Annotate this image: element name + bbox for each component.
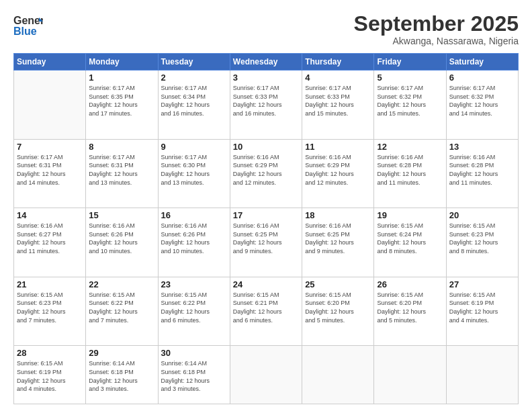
calendar-cell: 22Sunrise: 6:15 AM Sunset: 6:22 PM Dayli… [86, 277, 158, 346]
weekday-header-row: SundayMondayTuesdayWednesdayThursdayFrid… [14, 54, 519, 71]
calendar-cell: 26Sunrise: 6:15 AM Sunset: 6:20 PM Dayli… [374, 277, 446, 346]
day-number: 20 [449, 210, 515, 220]
day-number: 19 [377, 210, 443, 220]
header: General Blue September 2025 Akwanga, Nas… [13, 12, 519, 46]
day-info: Sunrise: 6:17 AM Sunset: 6:33 PM Dayligh… [305, 84, 371, 118]
week-row-1: 1Sunrise: 6:17 AM Sunset: 6:35 PM Daylig… [14, 71, 519, 140]
day-number: 17 [233, 210, 299, 220]
day-number: 15 [89, 210, 154, 220]
day-info: Sunrise: 6:15 AM Sunset: 6:20 PM Dayligh… [377, 291, 443, 324]
day-number: 18 [305, 210, 371, 220]
calendar-cell: 18Sunrise: 6:16 AM Sunset: 6:25 PM Dayli… [302, 208, 374, 277]
day-info: Sunrise: 6:16 AM Sunset: 6:26 PM Dayligh… [89, 222, 154, 255]
day-info: Sunrise: 6:17 AM Sunset: 6:32 PM Dayligh… [377, 84, 443, 118]
calendar-cell [374, 346, 446, 404]
week-row-4: 21Sunrise: 6:15 AM Sunset: 6:23 PM Dayli… [14, 277, 519, 346]
day-info: Sunrise: 6:14 AM Sunset: 6:18 PM Dayligh… [89, 359, 154, 393]
day-number: 5 [377, 73, 443, 83]
day-info: Sunrise: 6:16 AM Sunset: 6:27 PM Dayligh… [17, 222, 83, 255]
day-info: Sunrise: 6:16 AM Sunset: 6:25 PM Dayligh… [233, 222, 299, 255]
calendar-cell: 12Sunrise: 6:16 AM Sunset: 6:28 PM Dayli… [374, 139, 446, 208]
calendar-cell: 8Sunrise: 6:17 AM Sunset: 6:31 PM Daylig… [86, 139, 158, 208]
weekday-friday: Friday [374, 54, 446, 71]
calendar-cell: 21Sunrise: 6:15 AM Sunset: 6:23 PM Dayli… [14, 277, 86, 346]
calendar-cell: 15Sunrise: 6:16 AM Sunset: 6:26 PM Dayli… [86, 208, 158, 277]
calendar-cell: 25Sunrise: 6:15 AM Sunset: 6:20 PM Dayli… [302, 277, 374, 346]
day-info: Sunrise: 6:16 AM Sunset: 6:29 PM Dayligh… [233, 153, 299, 187]
calendar-cell: 28Sunrise: 6:15 AM Sunset: 6:19 PM Dayli… [14, 346, 86, 404]
calendar-cell [230, 346, 302, 404]
day-number: 10 [233, 142, 299, 152]
calendar-cell: 5Sunrise: 6:17 AM Sunset: 6:32 PM Daylig… [374, 71, 446, 140]
day-number: 25 [305, 279, 371, 289]
calendar-cell: 17Sunrise: 6:16 AM Sunset: 6:25 PM Dayli… [230, 208, 302, 277]
day-info: Sunrise: 6:15 AM Sunset: 6:20 PM Dayligh… [305, 291, 371, 324]
day-number: 12 [377, 142, 443, 152]
day-number: 6 [449, 73, 515, 83]
calendar-cell: 30Sunrise: 6:14 AM Sunset: 6:18 PM Dayli… [158, 346, 230, 404]
week-row-5: 28Sunrise: 6:15 AM Sunset: 6:19 PM Dayli… [14, 346, 519, 404]
day-number: 11 [305, 142, 371, 152]
day-info: Sunrise: 6:17 AM Sunset: 6:30 PM Dayligh… [161, 153, 227, 187]
title-block: September 2025 Akwanga, Nassarawa, Niger… [354, 12, 519, 46]
calendar-cell: 13Sunrise: 6:16 AM Sunset: 6:28 PM Dayli… [446, 139, 518, 208]
calendar-cell: 27Sunrise: 6:15 AM Sunset: 6:19 PM Dayli… [446, 277, 518, 346]
svg-text:General: General [13, 15, 43, 26]
calendar-cell: 20Sunrise: 6:15 AM Sunset: 6:23 PM Dayli… [446, 208, 518, 277]
day-info: Sunrise: 6:17 AM Sunset: 6:31 PM Dayligh… [89, 153, 154, 187]
calendar-cell [14, 71, 86, 140]
day-number: 22 [89, 279, 154, 289]
day-number: 7 [17, 142, 83, 152]
day-info: Sunrise: 6:15 AM Sunset: 6:23 PM Dayligh… [17, 291, 83, 324]
day-info: Sunrise: 6:17 AM Sunset: 6:35 PM Dayligh… [89, 84, 154, 118]
logo: General Blue [13, 12, 43, 42]
day-info: Sunrise: 6:17 AM Sunset: 6:31 PM Dayligh… [17, 153, 83, 187]
day-number: 9 [161, 142, 227, 152]
day-number: 16 [161, 210, 227, 220]
day-number: 24 [233, 279, 299, 289]
calendar-cell: 2Sunrise: 6:17 AM Sunset: 6:34 PM Daylig… [158, 71, 230, 140]
calendar-cell: 9Sunrise: 6:17 AM Sunset: 6:30 PM Daylig… [158, 139, 230, 208]
day-number: 13 [449, 142, 515, 152]
day-number: 21 [17, 279, 83, 289]
calendar-cell: 11Sunrise: 6:16 AM Sunset: 6:29 PM Dayli… [302, 139, 374, 208]
calendar-cell: 1Sunrise: 6:17 AM Sunset: 6:35 PM Daylig… [86, 71, 158, 140]
day-number: 29 [89, 348, 154, 358]
day-info: Sunrise: 6:17 AM Sunset: 6:32 PM Dayligh… [449, 84, 515, 118]
calendar-cell: 14Sunrise: 6:16 AM Sunset: 6:27 PM Dayli… [14, 208, 86, 277]
day-number: 1 [89, 73, 154, 83]
calendar-cell: 6Sunrise: 6:17 AM Sunset: 6:32 PM Daylig… [446, 71, 518, 140]
calendar-table: SundayMondayTuesdayWednesdayThursdayFrid… [13, 53, 519, 404]
day-info: Sunrise: 6:16 AM Sunset: 6:28 PM Dayligh… [377, 153, 443, 187]
day-info: Sunrise: 6:15 AM Sunset: 6:21 PM Dayligh… [233, 291, 299, 324]
weekday-thursday: Thursday [302, 54, 374, 71]
day-info: Sunrise: 6:16 AM Sunset: 6:26 PM Dayligh… [161, 222, 227, 255]
weekday-wednesday: Wednesday [230, 54, 302, 71]
day-number: 27 [449, 279, 515, 289]
day-info: Sunrise: 6:16 AM Sunset: 6:29 PM Dayligh… [305, 153, 371, 187]
calendar-cell [302, 346, 374, 404]
day-info: Sunrise: 6:14 AM Sunset: 6:18 PM Dayligh… [161, 359, 227, 393]
calendar-cell: 23Sunrise: 6:15 AM Sunset: 6:22 PM Dayli… [158, 277, 230, 346]
weekday-saturday: Saturday [446, 54, 518, 71]
calendar-cell: 24Sunrise: 6:15 AM Sunset: 6:21 PM Dayli… [230, 277, 302, 346]
weekday-sunday: Sunday [14, 54, 86, 71]
day-info: Sunrise: 6:15 AM Sunset: 6:19 PM Dayligh… [449, 291, 515, 324]
day-number: 8 [89, 142, 154, 152]
day-info: Sunrise: 6:15 AM Sunset: 6:22 PM Dayligh… [161, 291, 227, 324]
svg-text:Blue: Blue [13, 26, 37, 37]
calendar-cell: 7Sunrise: 6:17 AM Sunset: 6:31 PM Daylig… [14, 139, 86, 208]
week-row-2: 7Sunrise: 6:17 AM Sunset: 6:31 PM Daylig… [14, 139, 519, 208]
day-number: 14 [17, 210, 83, 220]
calendar-cell: 3Sunrise: 6:17 AM Sunset: 6:33 PM Daylig… [230, 71, 302, 140]
month-title: September 2025 [354, 12, 519, 36]
day-number: 23 [161, 279, 227, 289]
calendar-cell: 10Sunrise: 6:16 AM Sunset: 6:29 PM Dayli… [230, 139, 302, 208]
day-info: Sunrise: 6:17 AM Sunset: 6:34 PM Dayligh… [161, 84, 227, 118]
day-info: Sunrise: 6:15 AM Sunset: 6:23 PM Dayligh… [449, 222, 515, 255]
day-info: Sunrise: 6:15 AM Sunset: 6:24 PM Dayligh… [377, 222, 443, 255]
day-info: Sunrise: 6:16 AM Sunset: 6:28 PM Dayligh… [449, 153, 515, 187]
day-number: 30 [161, 348, 227, 358]
calendar-cell: 19Sunrise: 6:15 AM Sunset: 6:24 PM Dayli… [374, 208, 446, 277]
calendar-cell [446, 346, 518, 404]
